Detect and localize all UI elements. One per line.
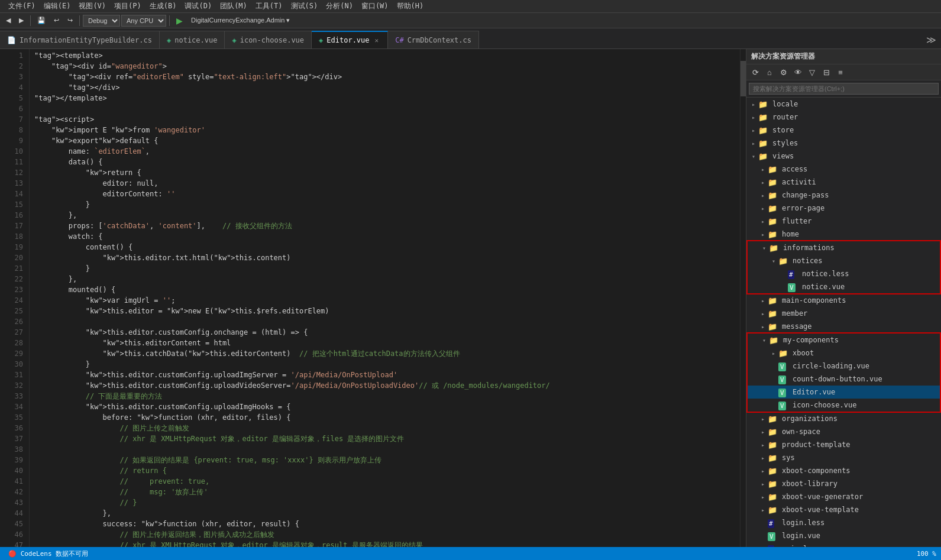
tree-item-my-components[interactable]: ▾📁my-components <box>748 334 940 347</box>
code-line[interactable]: content() { <box>30 242 740 253</box>
code-line[interactable]: } <box>30 199 740 210</box>
code-line[interactable]: name: `editorElem`, <box>30 146 740 157</box>
code-line[interactable]: props: ['catchData', 'content'], // 接收父组… <box>30 221 740 231</box>
menu-debug[interactable]: 调试(D) <box>181 0 215 12</box>
tree-item-main-components[interactable]: ▸📁main-components <box>746 294 941 307</box>
menu-view[interactable]: 视图(V) <box>75 0 109 12</box>
tree-item-count-down-button-vue[interactable]: Vcount-down-button.vue <box>748 373 940 386</box>
se-btn-show-all[interactable]: 👁 <box>791 66 804 79</box>
start-button[interactable]: ▶ <box>173 14 186 27</box>
tree-item-notice-less[interactable]: #notice.less <box>748 267 940 280</box>
tab-information-entity[interactable]: 📄 InformationEntityTypeBuilder.cs <box>0 31 160 48</box>
code-line[interactable]: "kw">export "kw">default { <box>30 135 740 146</box>
code-line[interactable]: success: "kw">function (xhr, editor, res… <box>30 519 740 529</box>
menu-team[interactable]: 团队(M) <box>216 0 251 12</box>
tree-item-activiti[interactable]: ▸📁activiti <box>746 176 941 189</box>
se-btn-home[interactable]: ⌂ <box>763 66 776 79</box>
menu-build[interactable]: 生成(B) <box>146 0 180 12</box>
se-search-input[interactable] <box>749 83 939 95</box>
tree-item-home[interactable]: ▸📁home <box>746 228 941 241</box>
menu-project[interactable]: 项目(P) <box>111 0 145 12</box>
toolbar-redo[interactable]: ↪ <box>64 14 76 27</box>
tree-item-message[interactable]: ▸📁message <box>746 320 941 333</box>
se-btn-properties[interactable]: ⚙ <box>777 66 790 79</box>
tree-item-locale[interactable]: ▸📁locale <box>746 98 941 111</box>
tree-item-xboot-vue-template[interactable]: ▸📁xboot-vue-template <box>746 503 941 516</box>
se-btn-filter[interactable]: ▽ <box>806 66 819 79</box>
code-line[interactable]: } <box>30 263 740 274</box>
toolbar-save[interactable]: 💾 <box>34 14 49 27</box>
se-btn-collapse[interactable]: ⊟ <box>820 66 833 79</box>
menu-edit[interactable]: 编辑(E) <box>40 0 75 12</box>
code-line[interactable]: // 图片上传并返回结果，图片插入成功之后触发 <box>30 529 740 540</box>
code-line[interactable]: // 下面是最重要的方法 <box>30 391 740 402</box>
code-line[interactable]: // prevent: true, <box>30 476 740 487</box>
code-line[interactable]: "tag"></div> <box>30 82 740 93</box>
toolbar-forward[interactable]: ▶ <box>15 14 27 27</box>
code-line[interactable] <box>30 444 740 455</box>
menu-analyze[interactable]: 分析(N) <box>322 0 357 12</box>
tree-item-store[interactable]: ▸📁store <box>746 124 941 137</box>
tree-item-xboot-components[interactable]: ▸📁xboot-components <box>746 464 941 477</box>
tree-item-editor-vue[interactable]: VEditor.vue <box>748 386 940 399</box>
menu-file[interactable]: 文件(F) <box>5 0 39 12</box>
code-line[interactable]: "kw">this.editor.customConfig.uploadImgH… <box>30 402 740 412</box>
tree-item-own-space[interactable]: ▸📁own-space <box>746 425 941 438</box>
tab-icon-choose-vue[interactable]: ◈ icon-choose.vue <box>225 31 312 48</box>
code-line[interactable] <box>30 103 740 114</box>
tab-editor-vue[interactable]: ◈ Editor.vue ✕ <box>312 31 388 48</box>
toolbar-back[interactable]: ◀ <box>2 14 14 27</box>
code-line[interactable]: "kw">this.editor.txt.html("kw">this.cont… <box>30 253 740 263</box>
code-line[interactable]: before: "kw">function (xhr, editor, file… <box>30 412 740 423</box>
code-line[interactable]: "kw">this.editor.customConfig.uploadImgS… <box>30 370 740 380</box>
code-line[interactable]: }, <box>30 210 740 221</box>
tree-item-organizations[interactable]: ▸📁organizations <box>746 412 941 425</box>
code-line[interactable]: editor: null, <box>30 178 740 189</box>
toolbar-undo[interactable]: ↩ <box>50 14 63 27</box>
tree-item-icon-choose-vue[interactable]: Vicon-choose.vue <box>748 399 940 412</box>
menu-help[interactable]: 帮助(H) <box>393 0 428 12</box>
code-line[interactable]: }, <box>30 508 740 519</box>
run-target[interactable]: DigitalCurrencyExchange.Admin ▾ <box>187 14 293 27</box>
code-line[interactable]: // xhr 是 XMLHttpRequst 对象，editor 是编辑器对象，… <box>30 433 740 444</box>
tab-crm-db-context[interactable]: C# CrmDbContext.cs <box>388 31 479 48</box>
debug-mode-select[interactable]: Debug <box>83 15 120 27</box>
minimap[interactable] <box>740 49 746 547</box>
tree-item-login-vue[interactable]: Vlogin.vue <box>746 529 941 542</box>
code-line[interactable]: "kw">this.editor.customConfig.uploadVide… <box>30 380 740 391</box>
menu-test[interactable]: 测试(S) <box>287 0 322 12</box>
code-line[interactable]: "kw">this.editor.customConfig.onchange =… <box>30 327 740 338</box>
code-line[interactable]: // msg: '放弃上传' <box>30 487 740 497</box>
code-line[interactable]: "tag"><template> <box>30 50 740 61</box>
tab-overflow-btn[interactable]: ≫ <box>921 31 941 48</box>
code-line[interactable]: }, <box>30 274 740 284</box>
se-btn-settings[interactable]: ≡ <box>834 66 847 79</box>
tree-item-sys[interactable]: ▸📁sys <box>746 451 941 464</box>
tree-item-product-template[interactable]: ▸📁product-template <box>746 438 941 451</box>
tree-item-informations[interactable]: ▾📁informations <box>748 241 940 254</box>
code-line[interactable]: data() { <box>30 157 740 167</box>
tree-item-views[interactable]: ▾📁views <box>746 150 941 163</box>
code-line[interactable]: "kw">this.editor = "kw">new E("kw">this.… <box>30 306 740 316</box>
code-line[interactable]: "kw">import E "kw">from 'wangeditor' <box>30 125 740 135</box>
tree-item-error-page[interactable]: ▸📁error-page <box>746 202 941 215</box>
tree-item-router[interactable]: ▸📁router <box>746 111 941 124</box>
tree-item-change-pass[interactable]: ▸📁change-pass <box>746 189 941 202</box>
cpu-select[interactable]: Any CPU <box>121 15 166 27</box>
tree-item-xboot-library[interactable]: ▸📁xboot-library <box>746 477 941 490</box>
tree-item-access[interactable]: ▸📁access <box>746 163 941 176</box>
tree-item-notice-vue[interactable]: Vnotice.vue <box>748 280 940 293</box>
code-line[interactable]: "tag"></template> <box>30 93 740 103</box>
menu-tools[interactable]: 工具(T) <box>252 0 286 12</box>
tree-item-login-less[interactable]: #login.less <box>746 516 941 529</box>
tab-notice-vue[interactable]: ◈ notice.vue <box>160 31 225 48</box>
status-codelens[interactable]: 🔴 CodeLens 数据不可用 <box>5 549 92 558</box>
code-lines[interactable]: "tag"><template> "tag"><div id="wangedit… <box>30 49 740 547</box>
code-line[interactable]: editorContent: '' <box>30 189 740 199</box>
code-line[interactable]: // 图片上传之前触发 <box>30 423 740 433</box>
tree-item-circle-loading-vue[interactable]: Vcircle-loading.vue <box>748 360 940 373</box>
tab-close-editor[interactable]: ✕ <box>373 36 381 45</box>
code-line[interactable]: } <box>30 359 740 370</box>
code-line[interactable]: "tag"><div ref="editorElem" style="text-… <box>30 72 740 82</box>
code-line[interactable]: mounted() { <box>30 284 740 295</box>
